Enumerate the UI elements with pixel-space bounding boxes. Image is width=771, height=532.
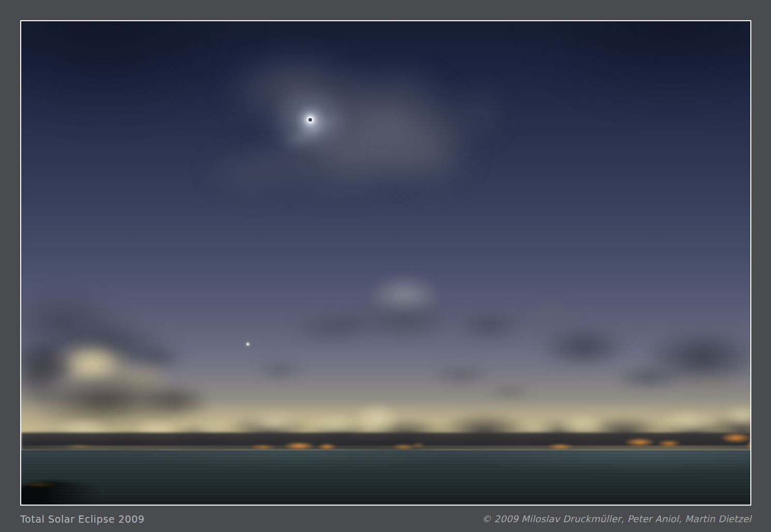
- eclipse-photograph: [20, 20, 751, 506]
- shore-silhouette-rim: [21, 482, 57, 487]
- copyright-credit: © 2009 Miloslav Druckmüller, Peter Aniol…: [482, 513, 751, 524]
- shore-silhouette: [20, 481, 112, 506]
- photo-frame: { "caption": { "title": "Total Solar Ecl…: [0, 0, 771, 532]
- photo-title: Total Solar Eclipse 2009: [20, 513, 144, 525]
- sky-gradient: [21, 21, 750, 450]
- ocean: [21, 450, 750, 506]
- caption-bar: Total Solar Eclipse 2009 © 2009 Miloslav…: [20, 506, 751, 532]
